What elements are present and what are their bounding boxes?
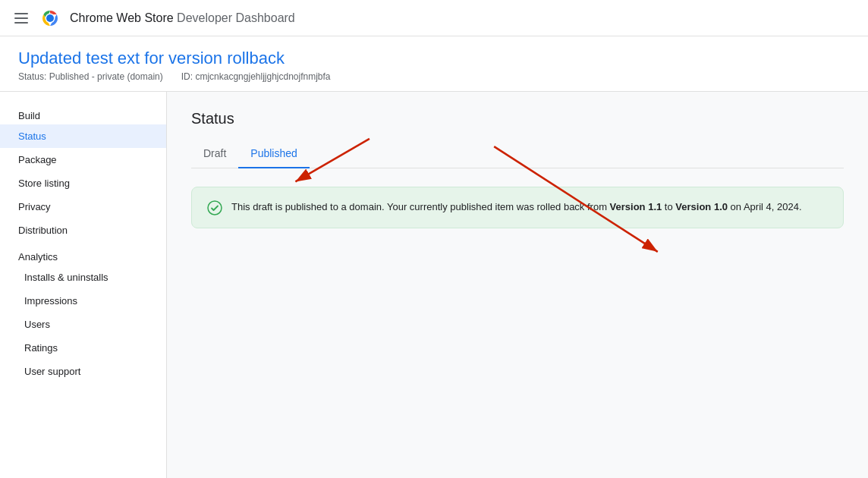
tabs-bar: Draft Published bbox=[191, 140, 844, 168]
sidebar-item-privacy[interactable]: Privacy bbox=[0, 195, 166, 219]
svg-rect-0 bbox=[14, 13, 28, 14]
sidebar-item-store-listing[interactable]: Store listing bbox=[0, 171, 166, 195]
sidebar-item-impressions[interactable]: Impressions bbox=[0, 289, 166, 313]
page-meta: Status: Published - private (domain) ID:… bbox=[18, 71, 850, 82]
sidebar-item-package[interactable]: Package bbox=[0, 148, 166, 171]
sidebar-item-user-support[interactable]: User support bbox=[0, 360, 166, 383]
sidebar: Build Status Package Store listing Priva… bbox=[0, 92, 167, 478]
tab-published[interactable]: Published bbox=[238, 140, 310, 168]
page-title: Updated test ext for version rollback bbox=[18, 49, 850, 68]
success-icon bbox=[207, 200, 222, 215]
version-from: Version 1.1 bbox=[610, 201, 662, 212]
sidebar-item-status[interactable]: Status bbox=[0, 124, 166, 148]
alert-text-middle: to bbox=[662, 201, 675, 212]
page-header: Updated test ext for version rollback St… bbox=[0, 36, 868, 92]
sidebar-item-ratings[interactable]: Ratings bbox=[0, 336, 166, 360]
svg-point-6 bbox=[208, 201, 222, 215]
topbar-title: Chrome Web Store Developer Dashboard bbox=[70, 11, 295, 25]
sidebar-item-users[interactable]: Users bbox=[0, 313, 166, 336]
extension-id: ID: cmjcnkacgngjehljjghjcdnojfnmjbfa bbox=[181, 71, 331, 82]
status-text: Status: Published - private (domain) bbox=[18, 71, 163, 82]
chrome-logo bbox=[39, 8, 61, 29]
version-to: Version 1.0 bbox=[675, 201, 728, 212]
alert-box: This draft is published to a domain. You… bbox=[191, 187, 844, 228]
build-section-label: Build bbox=[0, 104, 166, 124]
svg-rect-2 bbox=[14, 22, 28, 24]
sidebar-item-installs[interactable]: Installs & uninstalls bbox=[0, 266, 166, 289]
content-title: Status bbox=[191, 110, 844, 127]
menu-icon[interactable] bbox=[12, 11, 30, 25]
alert-text-before: This draft is published to a domain. You… bbox=[231, 201, 610, 212]
alert-text: This draft is published to a domain. You… bbox=[231, 200, 802, 215]
analytics-section-label: Analytics bbox=[0, 242, 166, 266]
tab-draft[interactable]: Draft bbox=[191, 140, 238, 168]
alert-text-after: on April 4, 2024. bbox=[728, 201, 802, 212]
sidebar-item-distribution[interactable]: Distribution bbox=[0, 219, 166, 242]
main-layout: Build Status Package Store listing Priva… bbox=[0, 92, 868, 478]
svg-rect-1 bbox=[14, 17, 28, 19]
topbar: Chrome Web Store Developer Dashboard bbox=[0, 0, 868, 36]
svg-point-5 bbox=[46, 14, 54, 22]
content-area: Status Draft Published This draft is pub… bbox=[167, 92, 868, 478]
